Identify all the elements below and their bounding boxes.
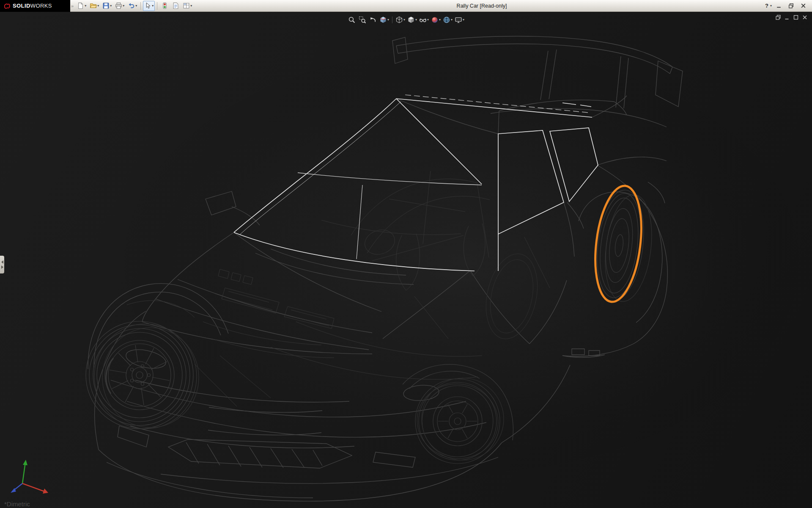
dropdown-caret-icon[interactable]: ▾ xyxy=(85,4,86,8)
select-cursor-icon xyxy=(144,2,151,9)
dropdown-caret-icon[interactable]: ▾ xyxy=(770,4,772,8)
zoom-area-button[interactable] xyxy=(357,15,368,25)
dropdown-caret-icon[interactable]: ▾ xyxy=(463,18,464,22)
help-button[interactable]: ? xyxy=(765,3,768,9)
open-icon xyxy=(90,2,97,9)
minimize-icon xyxy=(776,3,782,9)
dropdown-caret-icon[interactable]: ▾ xyxy=(110,4,112,8)
display-style-icon xyxy=(407,16,415,24)
undo-icon xyxy=(128,2,135,9)
toolbar-overflow-chevron[interactable]: » xyxy=(71,3,74,8)
file-properties-button[interactable] xyxy=(170,1,181,11)
panel-splitter-handle[interactable] xyxy=(0,256,4,273)
section-view-icon xyxy=(379,16,387,24)
view-orientation-label: *Dimetric xyxy=(4,500,30,508)
rebuild-button[interactable] xyxy=(159,1,170,11)
dropdown-caret-icon[interactable]: ▾ xyxy=(403,18,405,22)
toolbar-separator xyxy=(157,2,157,10)
titlebar: SOLIDWORKS » ▾ ▾ ▾ ▾ ▾ xyxy=(0,0,812,12)
toolbar-separator xyxy=(140,2,141,10)
restore-button[interactable] xyxy=(786,1,796,11)
print-button[interactable]: ▾ xyxy=(114,1,126,11)
open-button[interactable]: ▾ xyxy=(88,1,100,11)
print-icon xyxy=(115,2,122,9)
brand-text: SOLIDWORKS xyxy=(13,3,52,9)
expand-right-icon xyxy=(1,265,3,269)
view-orientation-icon xyxy=(395,16,403,24)
headsup-view-toolbar: ▾ ▾ ▾ ▾ xyxy=(347,15,465,25)
view-orientation-button[interactable]: ▾ xyxy=(395,15,406,25)
dropdown-caret-icon[interactable]: ▾ xyxy=(415,18,417,22)
view-settings-button[interactable]: ▾ xyxy=(454,15,465,25)
previous-view-icon xyxy=(369,16,377,24)
car-wireframe xyxy=(0,12,812,508)
minimize-icon[interactable] xyxy=(784,14,790,20)
solidworks-logo: SOLIDWORKS xyxy=(0,0,70,12)
dropdown-caret-icon[interactable]: ▾ xyxy=(97,4,99,8)
document-title: Rally Car [Read-only] xyxy=(457,0,507,12)
new-document-icon xyxy=(77,2,84,9)
toolbar-separator xyxy=(392,17,392,23)
display-style-button[interactable]: ▾ xyxy=(406,15,418,25)
reference-triad xyxy=(3,455,54,501)
hide-show-items-icon xyxy=(419,16,427,24)
zoom-area-icon xyxy=(359,16,366,24)
close-button[interactable] xyxy=(798,1,808,11)
collapse-left-icon xyxy=(1,260,3,264)
dropdown-caret-icon[interactable]: ▾ xyxy=(190,4,192,8)
dropdown-caret-icon[interactable]: ▾ xyxy=(152,4,154,8)
options-icon xyxy=(183,2,190,9)
apply-scene-icon xyxy=(443,16,450,24)
minimize-button[interactable] xyxy=(774,1,784,11)
dropdown-caret-icon[interactable]: ▾ xyxy=(387,18,389,22)
brand-bold: SOLID xyxy=(13,3,30,9)
section-view-button[interactable]: ▾ xyxy=(379,15,390,25)
maximize-icon[interactable] xyxy=(793,14,799,20)
document-window-controls xyxy=(775,14,808,20)
titlebar-controls: ? ▾ xyxy=(765,1,812,11)
graphics-viewport[interactable]: ▾ ▾ ▾ ▾ xyxy=(0,12,812,508)
select-button[interactable]: ▾ xyxy=(143,1,155,11)
file-properties-icon xyxy=(172,2,179,9)
edit-appearance-button[interactable]: ▾ xyxy=(430,15,442,25)
dropdown-caret-icon[interactable]: ▾ xyxy=(135,4,137,8)
edit-appearance-icon xyxy=(431,16,439,24)
view-settings-icon xyxy=(455,16,462,24)
save-button[interactable]: ▾ xyxy=(101,1,113,11)
apply-scene-button[interactable]: ▾ xyxy=(442,15,453,25)
save-icon xyxy=(102,2,110,9)
undo-button[interactable]: ▾ xyxy=(126,1,138,11)
dassault-mark-icon xyxy=(3,2,11,9)
restore-down-icon[interactable] xyxy=(775,14,781,20)
dropdown-caret-icon[interactable]: ▾ xyxy=(451,18,453,22)
new-button[interactable]: ▾ xyxy=(76,1,88,11)
ambient-glow xyxy=(102,33,812,490)
rebuild-icon xyxy=(161,2,168,9)
dropdown-caret-icon[interactable]: ▾ xyxy=(439,18,441,22)
close-icon xyxy=(800,3,807,9)
brand-light: WORKS xyxy=(30,3,52,9)
dropdown-caret-icon[interactable]: ▾ xyxy=(123,4,124,8)
zoom-fit-icon xyxy=(348,16,356,24)
options-button[interactable]: ▾ xyxy=(181,1,193,11)
restore-icon xyxy=(788,3,794,9)
previous-view-button[interactable] xyxy=(368,15,378,25)
dropdown-caret-icon[interactable]: ▾ xyxy=(427,18,429,22)
hide-show-items-button[interactable]: ▾ xyxy=(418,15,430,25)
zoom-fit-button[interactable] xyxy=(347,15,357,25)
close-icon[interactable] xyxy=(802,14,808,20)
